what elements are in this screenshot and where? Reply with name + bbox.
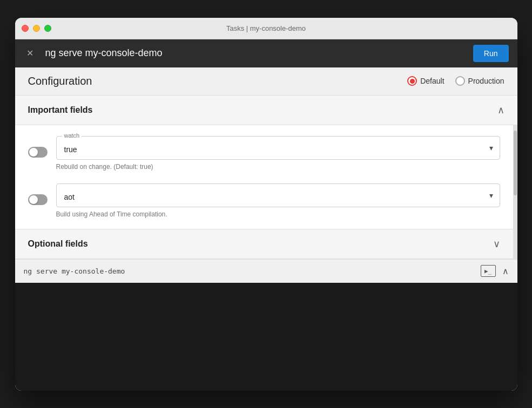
bottom-icons-group: ▶_ ∧ — [481, 265, 509, 277]
scrollbar-track[interactable] — [513, 125, 517, 259]
important-fields-title: Important fields — [28, 105, 93, 115]
default-radio-inner — [410, 79, 415, 84]
important-fields-section-header: Important fields ∧ — [15, 96, 517, 125]
watch-field-wrapper: watch true ▾ Rebuild on change. (Default… — [56, 136, 500, 171]
bottom-bar: ng serve my-console-demo ▶_ ∧ — [15, 259, 517, 283]
aot-toggle[interactable] — [28, 194, 48, 205]
watch-select-arrow-icon: ▾ — [489, 144, 493, 152]
watch-field-description: Rebuild on change. (Default: true) — [56, 163, 500, 171]
config-bar: Configuration Default Production — [15, 67, 517, 96]
close-button[interactable]: ✕ — [24, 47, 37, 60]
watch-field-row: watch true ▾ Rebuild on change. (Default… — [28, 136, 500, 171]
scrollbar-thumb[interactable] — [514, 131, 517, 195]
title-bar-text: Tasks | my-console-demo — [226, 24, 306, 32]
watch-select-container: watch true ▾ — [56, 136, 500, 160]
expand-icon[interactable]: ∧ — [502, 266, 509, 276]
optional-fields-section-header: Optional fields ∨ — [15, 229, 513, 259]
header-bar: ✕ ng serve my-console-demo Run — [15, 39, 517, 67]
aot-select-value[interactable]: aot — [57, 184, 500, 207]
maximize-traffic-light[interactable] — [44, 25, 51, 32]
close-traffic-light[interactable] — [22, 25, 29, 32]
optional-fields-section: Optional fields ∨ — [15, 229, 513, 259]
aot-field-description: Build using Ahead of Time compilation. — [56, 210, 500, 218]
watch-toggle-knob — [29, 148, 38, 157]
main-window: Tasks | my-console-demo ✕ ng serve my-co… — [15, 18, 517, 391]
aot-field-row: aot ▾ Build using Ahead of Time compilat… — [28, 183, 500, 218]
watch-field-label: watch — [62, 132, 82, 139]
optional-fields-title: Optional fields — [28, 239, 88, 249]
production-radio-option[interactable]: Production — [455, 76, 504, 86]
console-area — [15, 283, 517, 391]
watch-toggle[interactable] — [28, 147, 48, 158]
default-radio-circle[interactable] — [407, 76, 417, 86]
bottom-command-text: ng serve my-console-demo — [24, 267, 481, 275]
production-radio-circle[interactable] — [455, 76, 465, 86]
important-fields-collapse-icon[interactable]: ∧ — [497, 104, 504, 116]
aot-toggle-knob — [29, 195, 38, 204]
optional-fields-expand-icon[interactable]: ∨ — [493, 238, 500, 250]
configuration-radio-group: Default Production — [407, 76, 504, 86]
run-button[interactable]: Run — [473, 45, 509, 62]
production-radio-label: Production — [468, 77, 504, 85]
header-title: ng serve my-console-demo — [45, 47, 464, 59]
aot-field-wrapper: aot ▾ Build using Ahead of Time compilat… — [56, 183, 500, 218]
aot-select-container: aot ▾ — [56, 183, 500, 207]
aot-select-arrow-icon: ▾ — [489, 191, 493, 200]
configuration-title: Configuration — [28, 75, 408, 87]
title-bar: Tasks | my-console-demo — [15, 18, 517, 39]
fields-content-area: watch true ▾ Rebuild on change. (Default… — [15, 125, 517, 259]
watch-select-value[interactable]: true — [57, 137, 500, 159]
traffic-lights — [22, 25, 51, 32]
default-radio-option[interactable]: Default — [407, 76, 444, 86]
terminal-icon[interactable]: ▶_ — [481, 265, 496, 277]
fields-list: watch true ▾ Rebuild on change. (Default… — [15, 125, 513, 259]
fields-area: watch true ▾ Rebuild on change. (Default… — [15, 125, 513, 229]
default-radio-label: Default — [420, 77, 444, 85]
minimize-traffic-light[interactable] — [33, 25, 40, 32]
